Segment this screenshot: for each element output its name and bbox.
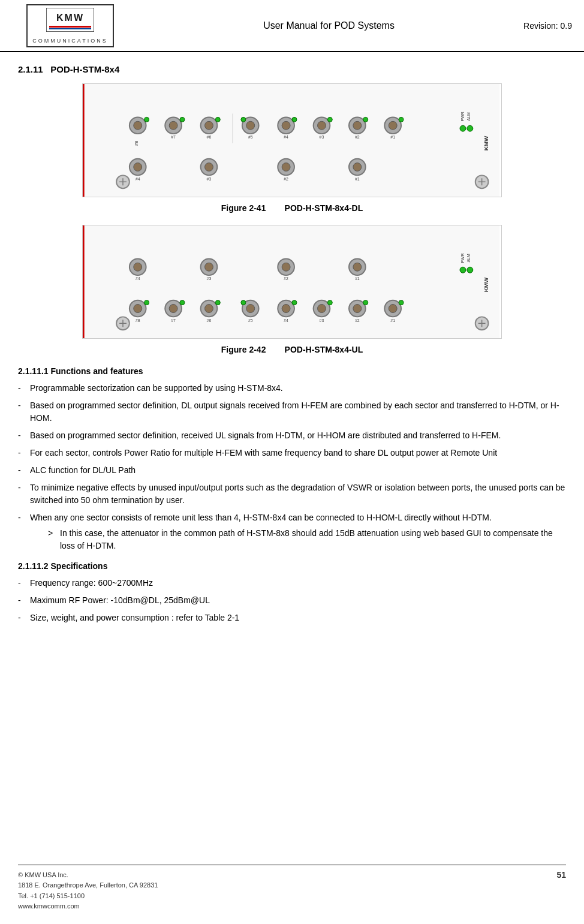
list-item: - Programmable sectorization can be supp… xyxy=(18,382,566,395)
svg-point-91 xyxy=(282,305,290,313)
figure2-caption: Figure 2-42 POD-H-STM-8x4-UL xyxy=(18,345,566,354)
svg-text:#7: #7 xyxy=(171,135,176,139)
svg-text:#1: #1 xyxy=(390,135,395,139)
svg-text:#1: #1 xyxy=(355,177,360,181)
svg-text:#2: #2 xyxy=(355,318,360,323)
svg-point-72 xyxy=(353,263,362,271)
svg-text:#2: #2 xyxy=(284,276,288,281)
svg-text:#5: #5 xyxy=(248,318,253,323)
svg-point-27 xyxy=(327,117,332,122)
svg-point-95 xyxy=(318,305,326,313)
svg-text:#6: #6 xyxy=(207,318,212,323)
subsection2-title: 2.1.11.2 Specifications xyxy=(18,561,566,571)
subsection1-title: 2.1.11.1 Functions and features xyxy=(18,366,566,376)
svg-point-34 xyxy=(389,121,397,130)
svg-point-47 xyxy=(353,163,362,171)
svg-text:#8: #8 xyxy=(134,140,139,146)
svg-text:#7: #7 xyxy=(171,318,176,323)
svg-text:#5: #5 xyxy=(248,135,253,139)
svg-text:#3: #3 xyxy=(320,135,324,139)
svg-point-66 xyxy=(205,263,213,271)
svg-point-23 xyxy=(292,117,297,122)
svg-point-80 xyxy=(180,300,185,305)
svg-point-8 xyxy=(145,117,149,122)
svg-text:#4: #4 xyxy=(136,276,140,281)
list-item: - Based on programmed sector definition,… xyxy=(18,399,566,425)
svg-point-31 xyxy=(363,117,368,122)
svg-point-69 xyxy=(282,263,290,271)
svg-point-18 xyxy=(246,121,255,130)
list-item: - ALC function for DL/UL Path xyxy=(18,464,566,477)
svg-point-6 xyxy=(134,121,142,130)
svg-point-22 xyxy=(282,121,290,130)
svg-point-14 xyxy=(205,121,213,130)
specs-list: - Frequency range: 600~2700MHz - Maximum… xyxy=(18,577,566,624)
list-item: - To minimize negative effects by unused… xyxy=(18,481,566,507)
sub-list-item: > In this case, the attenuator in the co… xyxy=(48,527,566,552)
svg-text:#3: #3 xyxy=(207,177,212,181)
list-item: - When any one sector consists of remote… xyxy=(18,511,566,552)
svg-text:#4: #4 xyxy=(284,318,288,323)
logo-area: KMW COMMUNICATIONS xyxy=(6,4,134,47)
svg-text:ALM: ALM xyxy=(466,112,471,121)
list-item: - Frequency range: 600~2700MHz xyxy=(18,577,566,589)
svg-point-63 xyxy=(134,263,142,271)
svg-point-76 xyxy=(145,300,149,305)
svg-point-100 xyxy=(363,300,368,305)
svg-text:#8: #8 xyxy=(136,318,140,323)
svg-rect-3 xyxy=(49,28,91,29)
svg-text:#4: #4 xyxy=(136,177,140,181)
svg-point-54 xyxy=(460,125,466,131)
svg-text:#1: #1 xyxy=(390,318,395,323)
logo-subtitle: COMMUNICATIONS xyxy=(32,38,107,44)
svg-rect-4 xyxy=(85,84,500,197)
svg-text:PWR: PWR xyxy=(460,253,465,263)
svg-point-55 xyxy=(467,125,473,131)
svg-point-44 xyxy=(282,163,290,171)
figure2-svg: #4 #3 #2 #1 #8 xyxy=(83,225,501,338)
svg-point-79 xyxy=(169,305,177,313)
svg-point-83 xyxy=(205,305,213,313)
figure1-diagram: STM-8x4 DL #8 xyxy=(82,83,502,197)
svg-rect-2 xyxy=(49,26,91,28)
page-footer: © KMW USA Inc. 1818 E. Orangethrope Ave,… xyxy=(18,865,566,912)
svg-text:#4: #4 xyxy=(284,135,288,139)
svg-text:KMW: KMW xyxy=(483,277,489,292)
svg-text:KMW: KMW xyxy=(483,136,489,151)
svg-point-41 xyxy=(205,163,213,171)
page-header: KMW COMMUNICATIONS User Manual for POD S… xyxy=(0,0,584,52)
svg-point-104 xyxy=(399,300,404,305)
svg-point-103 xyxy=(389,305,397,313)
section-title: 2.1.11 POD-H-STM-8x4 xyxy=(18,64,566,74)
svg-text:#3: #3 xyxy=(320,318,324,323)
list-item: - Size, weight, and power consumption : … xyxy=(18,612,566,624)
footer-contact: © KMW USA Inc. 1818 E. Orangethrope Ave,… xyxy=(18,870,158,912)
list-item: - For each sector, controls Power Ratio … xyxy=(18,447,566,459)
header-revision: Revision: 0.9 xyxy=(523,21,572,31)
svg-point-11 xyxy=(180,117,185,122)
svg-point-35 xyxy=(399,117,404,122)
svg-point-87 xyxy=(246,305,255,313)
svg-point-88 xyxy=(241,300,246,305)
svg-point-75 xyxy=(134,305,142,313)
svg-point-15 xyxy=(215,117,220,122)
main-content: 2.1.11 POD-H-STM-8x4 STM-8x4 DL #8 xyxy=(0,52,584,642)
svg-point-26 xyxy=(318,121,326,130)
svg-point-112 xyxy=(467,267,473,273)
svg-rect-61 xyxy=(85,225,500,338)
svg-text:KMW: KMW xyxy=(56,13,84,23)
svg-point-92 xyxy=(292,300,297,305)
svg-point-99 xyxy=(353,305,362,313)
figure1-svg: #8 #7 #6 #5 xyxy=(83,84,501,197)
svg-text:PWR: PWR xyxy=(460,112,465,121)
figure2-diagram: STM-8x4 UL #4 #3 #2 xyxy=(82,225,502,339)
svg-point-84 xyxy=(215,300,220,305)
svg-text:#2: #2 xyxy=(284,177,288,181)
figure1-caption: Figure 2-41 POD-H-STM-8x4-DL xyxy=(18,203,566,213)
list-item: - Based on programmed sector definition,… xyxy=(18,429,566,442)
page-number: 51 xyxy=(556,870,566,912)
svg-point-96 xyxy=(327,300,332,305)
svg-point-10 xyxy=(169,121,177,130)
svg-text:#3: #3 xyxy=(207,276,212,281)
functions-list: - Programmable sectorization can be supp… xyxy=(18,382,566,552)
